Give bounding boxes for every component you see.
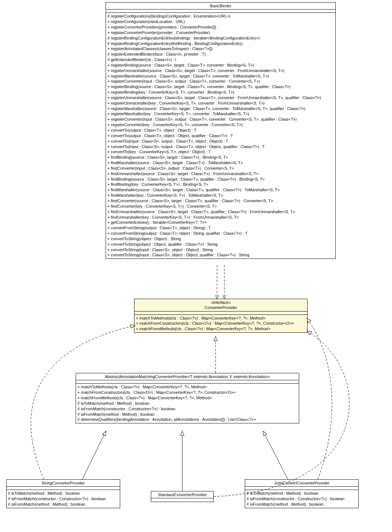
method-signature: + matchToMethods(cls : Class<?>) : Map<C… xyxy=(136,316,306,321)
method-signature: + convertTo(input : Class<S>, output : C… xyxy=(107,144,334,150)
attributes-compartment xyxy=(151,498,213,501)
method-signature: # isFromMatch(constructor : Constructor<… xyxy=(247,496,357,502)
methods-compartment: # isToMatch(method : Method) : boolean# … xyxy=(245,490,358,508)
method-signature: + convertToString(object : Object) : Str… xyxy=(107,236,334,242)
class-joda-provider: JodaConvertConverterProvider # isToMatch… xyxy=(245,479,359,508)
method-signature: + registerBinding(source : Class<S>, tar… xyxy=(107,63,334,68)
method-signature: + matchToMethods(cls : Class<?>) : Map<C… xyxy=(77,384,297,390)
method-signature: + findConverter(key : ConverterKey<S, T>… xyxy=(107,204,334,209)
method-signature: + convertTo(output : Class<T>, object : … xyxy=(107,133,334,139)
method-signature: + findBinding(source : Class<S>, target … xyxy=(107,155,334,160)
method-signature: + findUnmarshaller(source : Class<S>, ta… xyxy=(107,209,334,215)
method-signature: # isFromMatch(method : Method) : boolean xyxy=(8,502,118,507)
method-signature: + registerConverter(input : Class<S>, ou… xyxy=(107,117,334,122)
attributes-compartment xyxy=(106,10,335,13)
class-title: StandardConverterProvider xyxy=(151,491,213,498)
method-signature: # isToMatch(method : Method) : boolean xyxy=(77,401,297,406)
method-signature: # determineQualifiers(bindingAnnotation … xyxy=(77,417,297,422)
method-signature: # registerConfigurations(bindingsConfigu… xyxy=(107,14,334,19)
class-title: BasicBinder xyxy=(106,3,335,10)
method-signature: + findBinding(source : Class<S>, target … xyxy=(107,177,334,182)
method-signature: + convertToString(object : Object, quali… xyxy=(107,242,334,247)
method-signature: + registerConverter(input : Class<S>, ou… xyxy=(107,79,334,84)
method-signature: # isFromMatch(constructor : Constructor<… xyxy=(8,496,118,502)
method-signature: # registerExtendedBinder(iface : Class<I… xyxy=(107,52,334,57)
method-signature: + registerMarshaller(source : Class<S>, … xyxy=(107,73,334,79)
method-signature: + registerUnmarshaller(key : ConverterKe… xyxy=(107,101,334,106)
method-signature: + matchFromMethods(cls : Class<?>) : Map… xyxy=(77,395,297,401)
method-signature: + registerConverterProviders(providers :… xyxy=(107,24,334,30)
class-title: JodaConvertConverterProvider xyxy=(245,480,358,487)
method-signature: # isFromMatch(method : Method) : boolean xyxy=(77,412,297,417)
attributes-compartment xyxy=(245,487,358,490)
method-signature: + findBinding(key : ConverterKey<S, T>) … xyxy=(107,182,334,187)
class-name: ConverterProvider xyxy=(136,305,306,310)
method-signature: + registerConverter(key : ConverterKey<S… xyxy=(107,122,334,128)
attributes-compartment xyxy=(134,312,307,315)
method-signature: + convertTo(output : Class<T>, object : … xyxy=(107,128,334,133)
method-signature: + convertFromString(output : Class<T>, o… xyxy=(107,231,334,236)
methods-compartment: # isToMatch(method : Method) : boolean# … xyxy=(7,490,120,508)
method-signature: # isFromMatch(method : Method) : boolean xyxy=(247,502,357,507)
class-standard-provider: StandardConverterProvider xyxy=(151,491,214,502)
stereotype: «interface» xyxy=(136,300,306,305)
method-signature: + findUnmarshaller(key : ConverterKey<S,… xyxy=(107,215,334,220)
methods-compartment: + matchToMethods(cls : Class<?>) : Map<C… xyxy=(134,315,307,333)
method-signature: # isToMatch(method : Method) : boolean xyxy=(8,491,118,496)
class-basic-binder: BasicBinder # registerConfigurations(bin… xyxy=(106,2,336,259)
method-signature: + convertToString(input : Class<S>, obje… xyxy=(107,252,334,258)
methods-compartment: # registerConfigurations(bindingsConfigu… xyxy=(106,13,335,259)
class-string-provider: StringConverterProvider # isToMatch(meth… xyxy=(6,479,120,508)
method-signature: + registerUnmarshaller(source : Class<S>… xyxy=(107,95,334,101)
method-signature: + findMarshaller(source : Class<S>, targ… xyxy=(107,160,334,166)
method-signature: + registerMarshaller(key : ConverterKey<… xyxy=(107,111,334,117)
method-signature: + registerBinding(key : ConverterKey<S, … xyxy=(107,90,334,95)
method-signature: + getConverterEntries() : Iterable<Conve… xyxy=(107,220,334,225)
method-signature: + matchFromConstructors(cls : Class<O>) … xyxy=(77,390,297,395)
interface-converter-provider: «interface» ConverterProvider + matchToM… xyxy=(134,299,308,333)
class-title: AbstractAnnotationMatchingConverterProvi… xyxy=(76,373,299,380)
method-signature: + registerAnnotatedClasses(classesToInsp… xyxy=(107,46,334,52)
method-signature: + convertToString(input : Class<S>, obje… xyxy=(107,247,334,253)
methods-compartment: + matchToMethods(cls : Class<?>) : Map<C… xyxy=(76,384,299,423)
method-signature: + findMarshaller(source : Class<S>, targ… xyxy=(107,187,334,193)
method-signature: # registerBindingConfigurationEntry(theB… xyxy=(107,41,334,46)
method-signature: + convertTo(input : Class<S>, output : C… xyxy=(107,139,334,144)
method-signature: + findConverter(source : Class<S>, targe… xyxy=(107,198,334,204)
method-signature: + convertTo(key : ConverterKey<S, T>, ob… xyxy=(107,149,334,155)
method-signature: # isToMatch(method : Method) : boolean xyxy=(247,491,357,496)
method-signature: + registerConverterProvider(provider : C… xyxy=(107,30,334,35)
method-signature: + registerUnmarshaller(source : Class<S>… xyxy=(107,68,334,73)
class-title: StringConverterProvider xyxy=(7,480,120,487)
method-signature: + matchFromMethods(cls : Class<?>) : Map… xyxy=(136,326,306,332)
method-signature: + findConverter(input : Class<S>, output… xyxy=(107,166,334,171)
method-signature: + registerMarshaller(source : Class<S>, … xyxy=(107,106,334,112)
method-signature: + findMarshaller(key : ConverterKey<S, T… xyxy=(107,193,334,198)
method-signature: # getExtendedBinder(cls : Class<I>) : I xyxy=(107,57,334,63)
method-signature: + registerConfiguration(nextLocation : U… xyxy=(107,19,334,24)
attributes-compartment xyxy=(7,487,120,490)
attributes-compartment xyxy=(76,380,299,384)
method-signature: + convertFromString(output : Class<T>, o… xyxy=(107,225,334,231)
method-signature: + findUnmarshaller(source : Class<S>, ta… xyxy=(107,171,334,177)
class-title: «interface» ConverterProvider xyxy=(134,299,307,312)
method-signature: + matchFromConstructors(cls : Class<O>) … xyxy=(136,321,306,326)
method-signature: + registerBinding(source : Class<S>, tar… xyxy=(107,84,334,90)
method-signature: # isFromMatch(constructor : Constructor<… xyxy=(77,406,297,412)
method-signature: # registerBindingConfigurationEntries(bi… xyxy=(107,35,334,41)
class-abstract-provider: AbstractAnnotationMatchingConverterProvi… xyxy=(76,373,299,423)
